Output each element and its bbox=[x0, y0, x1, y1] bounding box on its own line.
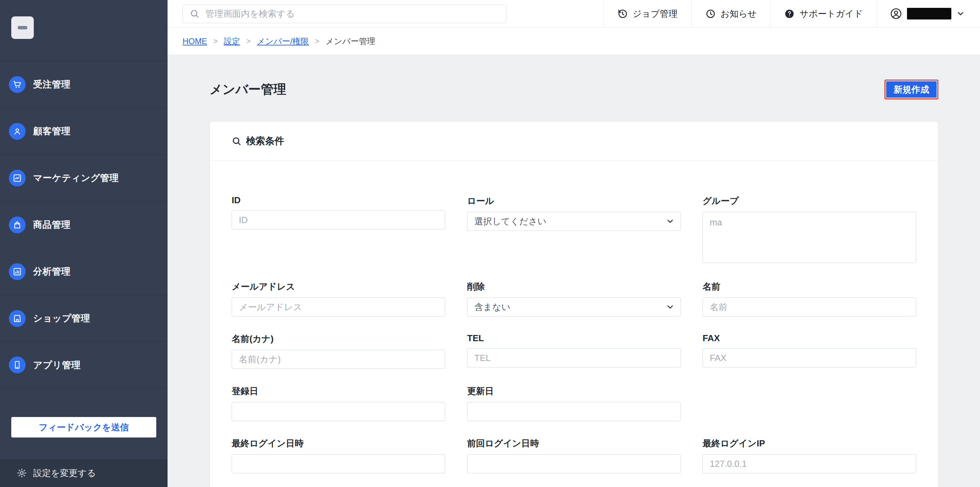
field-previous-login-datetime-label: 前回ログイン日時 bbox=[467, 438, 681, 449]
trend-chart-icon bbox=[9, 170, 25, 187]
breadcrumb-settings[interactable]: 設定 bbox=[224, 36, 240, 47]
group-textarea[interactable]: ma bbox=[703, 212, 916, 263]
account-menu[interactable] bbox=[877, 0, 980, 27]
brand-logo-mark bbox=[18, 26, 27, 29]
support-guide-label: サポートガイド bbox=[800, 8, 863, 20]
sidebar-item-label: 分析管理 bbox=[33, 265, 71, 278]
history-icon bbox=[617, 8, 628, 19]
updated-date-input[interactable] bbox=[467, 402, 681, 421]
page-title: メンバー管理 bbox=[210, 81, 286, 98]
sidebar-item-shop[interactable]: ショップ管理 bbox=[0, 295, 167, 342]
tel-input[interactable] bbox=[467, 348, 681, 367]
sidebar-item-analytics[interactable]: 分析管理 bbox=[0, 248, 167, 295]
fax-input[interactable] bbox=[703, 348, 916, 367]
name-input[interactable] bbox=[703, 297, 916, 316]
field-group: グループ ma bbox=[703, 195, 916, 264]
field-updated-date-label: 更新日 bbox=[467, 385, 681, 397]
support-guide-button[interactable]: サポートガイド bbox=[770, 0, 877, 27]
field-tel: TEL bbox=[467, 333, 681, 367]
search-conditions-title: 検索条件 bbox=[246, 134, 284, 147]
field-name: 名前 bbox=[703, 281, 916, 316]
registered-date-input[interactable] bbox=[232, 402, 445, 421]
field-last-login-datetime-label: 最終ログイン日時 bbox=[232, 438, 445, 449]
question-icon bbox=[784, 8, 795, 19]
field-name-label: 名前 bbox=[703, 281, 916, 293]
search-conditions-header: 検索条件 bbox=[210, 121, 938, 161]
breadcrumb-home[interactable]: HOME bbox=[183, 37, 207, 46]
field-fax: FAX bbox=[703, 333, 916, 367]
field-name-kana-label: 名前(カナ) bbox=[232, 333, 445, 345]
last-login-ip-input[interactable] bbox=[703, 454, 916, 473]
change-settings-button[interactable]: 設定を変更する bbox=[0, 459, 167, 487]
sidebar-item-label: 受注管理 bbox=[33, 78, 71, 91]
field-last-login-datetime: 最終ログイン日時 bbox=[232, 438, 445, 473]
field-deleted: 削除 含まない bbox=[467, 281, 681, 316]
send-feedback-button[interactable]: フィードバックを送信 bbox=[11, 417, 156, 438]
search-form: ID ロール 選択してください bbox=[210, 161, 938, 487]
field-role: ロール 選択してください bbox=[467, 195, 681, 231]
global-search-input[interactable] bbox=[205, 8, 499, 19]
breadcrumb-members-permissions[interactable]: メンバー/権限 bbox=[257, 36, 309, 47]
search-icon bbox=[190, 9, 199, 18]
sidebar-item-label: マーケティング管理 bbox=[33, 172, 119, 184]
field-name-kana: 名前(カナ) bbox=[232, 333, 445, 369]
cart-icon bbox=[9, 76, 25, 93]
chevron-down-icon bbox=[956, 9, 965, 18]
role-select[interactable]: 選択してください bbox=[467, 212, 681, 231]
id-input[interactable] bbox=[232, 210, 445, 230]
field-email: メールアドレス bbox=[232, 281, 445, 316]
breadcrumb: HOME > 設定 > メンバー/権限 > メンバー管理 bbox=[167, 28, 980, 55]
previous-login-datetime-input[interactable] bbox=[467, 454, 681, 473]
field-previous-login-datetime: 前回ログイン日時 bbox=[467, 438, 681, 473]
change-settings-label: 設定を変更する bbox=[33, 467, 96, 479]
create-new-button[interactable]: 新規作成 bbox=[885, 80, 939, 99]
announcements-label: お知らせ bbox=[721, 8, 757, 20]
bag-icon bbox=[9, 217, 25, 233]
main-area: ジョブ管理 お知らせ サポートガイド bbox=[167, 0, 980, 487]
breadcrumb-separator: > bbox=[247, 37, 251, 46]
app-window: 受注管理 顧客管理 マーケティング管理 bbox=[0, 0, 980, 487]
field-id-label: ID bbox=[232, 195, 445, 206]
sidebar-item-apps[interactable]: アプリ管理 bbox=[0, 342, 167, 388]
field-group-label: グループ bbox=[703, 195, 916, 207]
field-registered-date-label: 登録日 bbox=[232, 385, 445, 397]
topbar-actions: ジョブ管理 お知らせ サポートガイド bbox=[603, 0, 980, 27]
sidebar-item-products[interactable]: 商品管理 bbox=[0, 201, 167, 248]
page-header: メンバー管理 新規作成 bbox=[210, 80, 939, 99]
app-icon bbox=[9, 356, 25, 373]
sidebar: 受注管理 顧客管理 マーケティング管理 bbox=[0, 0, 167, 487]
gear-icon bbox=[17, 468, 27, 478]
sidebar-item-label: 顧客管理 bbox=[33, 125, 71, 137]
topbar: ジョブ管理 お知らせ サポートガイド bbox=[167, 0, 980, 28]
field-email-label: メールアドレス bbox=[232, 281, 445, 293]
field-id: ID bbox=[232, 195, 445, 230]
announcements-button[interactable]: お知らせ bbox=[691, 0, 770, 27]
last-login-datetime-input[interactable] bbox=[232, 454, 445, 473]
sidebar-nav: 受注管理 顧客管理 マーケティング管理 bbox=[0, 61, 167, 388]
account-icon bbox=[890, 8, 902, 20]
field-updated-date: 更新日 bbox=[467, 385, 681, 421]
email-input[interactable] bbox=[232, 297, 445, 316]
job-management-button[interactable]: ジョブ管理 bbox=[603, 0, 691, 27]
bar-chart-icon bbox=[9, 263, 25, 280]
field-last-login-ip: 最終ログインIP bbox=[703, 438, 916, 473]
global-search bbox=[183, 5, 506, 23]
sidebar-item-label: アプリ管理 bbox=[33, 359, 81, 371]
sidebar-item-marketing[interactable]: マーケティング管理 bbox=[0, 154, 167, 201]
account-name-redacted bbox=[907, 8, 951, 19]
person-icon bbox=[9, 123, 25, 140]
brand-logo[interactable] bbox=[11, 16, 34, 39]
field-registered-date: 登録日 bbox=[232, 385, 445, 421]
store-icon bbox=[9, 310, 25, 327]
field-tel-label: TEL bbox=[467, 333, 681, 343]
sidebar-item-orders[interactable]: 受注管理 bbox=[0, 61, 167, 108]
field-fax-label: FAX bbox=[703, 333, 916, 343]
sidebar-item-label: ショップ管理 bbox=[33, 312, 91, 324]
field-last-login-ip-label: 最終ログインIP bbox=[703, 438, 916, 449]
name-kana-input[interactable] bbox=[232, 350, 445, 369]
field-deleted-label: 削除 bbox=[467, 281, 681, 293]
deleted-select[interactable]: 含まない bbox=[467, 297, 681, 316]
breadcrumb-separator: > bbox=[213, 37, 218, 46]
sidebar-item-label: 商品管理 bbox=[33, 219, 71, 231]
sidebar-item-customers[interactable]: 顧客管理 bbox=[0, 108, 167, 154]
